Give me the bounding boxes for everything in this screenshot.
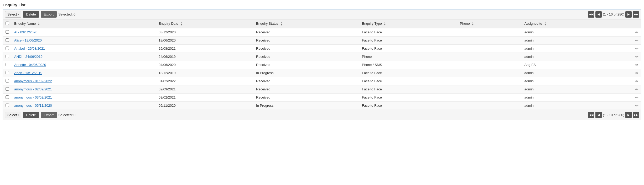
row-edit-cell: ✏ (613, 101, 641, 110)
row-assigned-to: admin (522, 53, 613, 61)
row-assigned-to: admin (522, 85, 613, 93)
row-enquiry-status: Received (253, 85, 359, 93)
row-phone (457, 93, 522, 101)
enquiry-name-link[interactable]: ANDI - 24/06/2019 (14, 55, 43, 59)
row-phone (457, 53, 522, 61)
table-row: Al - 03/12/2020 03/12/2020 Received Face… (3, 28, 641, 36)
row-assigned-to: admin (522, 28, 613, 36)
sort-icon-name: ▲▼ (38, 22, 40, 26)
row-enquiry-status: Received (253, 77, 359, 85)
row-enquiry-type: Phone / SMS (359, 61, 457, 69)
row-enquiry-name: Al - 03/12/2020 (12, 28, 156, 36)
row-checkbox[interactable] (6, 30, 9, 34)
row-assigned-to: admin (522, 69, 613, 77)
row-checkbox[interactable] (6, 55, 9, 58)
row-enquiry-type: Face to Face (359, 44, 457, 53)
selected-count-top: Selected: 0 (58, 12, 75, 16)
row-enquiry-date: 24/06/2019 (156, 53, 253, 61)
row-phone (457, 77, 522, 85)
enquiry-name-link[interactable]: Alice - 18/06/2020 (14, 38, 42, 42)
last-page-button-bottom[interactable]: ▶▶ (633, 112, 639, 118)
edit-icon[interactable]: ✏ (635, 87, 638, 91)
row-checkbox[interactable] (6, 63, 9, 66)
row-assigned-to: admin (522, 77, 613, 85)
export-button-bottom[interactable]: Export (41, 112, 57, 118)
row-checkbox[interactable] (6, 95, 9, 99)
select-button-top[interactable]: Select ▾ (5, 11, 21, 18)
row-checkbox-cell (3, 61, 12, 69)
select-button-bottom[interactable]: Select ▾ (5, 112, 21, 118)
row-assigned-to: admin (522, 93, 613, 101)
sort-icon-phone: ▲▼ (472, 22, 474, 26)
enquiry-name-link[interactable]: Anon - 13/12/2019 (14, 71, 42, 75)
table-row: anonymous - 03/02/2021 03/02/2021 Receiv… (3, 93, 641, 101)
row-checkbox[interactable] (6, 71, 9, 74)
enquiry-name-link[interactable]: anonymous - 01/02/2022 (14, 79, 52, 83)
sort-icon-date: ▲▼ (180, 22, 182, 26)
row-enquiry-date: 03/12/2020 (156, 28, 253, 36)
select-label-top: Select (7, 12, 17, 16)
bottom-toolbar: Select ▾ Delete Export Selected: 0 ◀◀ ◀ … (3, 110, 641, 120)
enquiry-name-link[interactable]: anonymous - 05/11/2020 (14, 104, 52, 107)
row-enquiry-type: Face to Face (359, 77, 457, 85)
export-button-top[interactable]: Export (41, 11, 57, 18)
table-row: anonymous - 02/09/2021 02/09/2021 Receiv… (3, 85, 641, 93)
edit-icon[interactable]: ✏ (635, 95, 638, 100)
enquiry-name-link[interactable]: anonymous - 02/09/2021 (14, 87, 52, 91)
row-phone (457, 44, 522, 53)
table-row: Alice - 18/06/2020 18/06/2020 Received F… (3, 36, 641, 44)
sort-icon-type: ▲▼ (384, 22, 386, 26)
last-page-button-top[interactable]: ▶▶ (633, 11, 639, 18)
row-enquiry-name: Annette - 04/06/2020 (12, 61, 156, 69)
row-phone (457, 28, 522, 36)
edit-icon[interactable]: ✏ (635, 79, 638, 83)
edit-icon[interactable]: ✏ (635, 71, 638, 75)
row-enquiry-type: Face to Face (359, 28, 457, 36)
row-checkbox[interactable] (6, 104, 9, 107)
prev-page-button-top[interactable]: ◀ (595, 11, 602, 18)
row-edit-cell: ✏ (613, 53, 641, 61)
delete-button-bottom[interactable]: Delete (23, 112, 39, 118)
enquiry-name-link[interactable]: Anabel - 25/08/2021 (14, 47, 45, 50)
row-phone (457, 69, 522, 77)
row-edit-cell: ✏ (613, 61, 641, 69)
edit-icon[interactable]: ✏ (635, 55, 638, 59)
edit-icon[interactable]: ✏ (635, 30, 638, 34)
edit-icon[interactable]: ✏ (635, 104, 638, 108)
top-toolbar: Select ▾ Delete Export Selected: 0 ◀◀ ◀ … (3, 9, 641, 19)
select-all-checkbox[interactable] (6, 22, 9, 25)
row-enquiry-type: Face to Face (359, 69, 457, 77)
table-row: anonymous - 05/11/2020 05/11/2020 In Pro… (3, 101, 641, 110)
first-page-button-bottom[interactable]: ◀◀ (588, 112, 594, 118)
row-enquiry-status: Received (253, 28, 359, 36)
prev-page-button-bottom[interactable]: ◀ (595, 112, 602, 118)
row-enquiry-status: Received (253, 53, 359, 61)
edit-icon[interactable]: ✏ (635, 38, 638, 43)
edit-icon[interactable]: ✏ (635, 47, 638, 51)
enquiry-table: Enquiry Name ▲▼ Enquiry Date ▲▼ Enquiry … (3, 19, 641, 110)
table-header-row: Enquiry Name ▲▼ Enquiry Date ▲▼ Enquiry … (3, 19, 641, 28)
row-checkbox[interactable] (6, 87, 9, 91)
next-page-button-bottom[interactable]: ▶ (625, 112, 632, 118)
row-checkbox[interactable] (6, 79, 9, 83)
row-checkbox[interactable] (6, 38, 9, 42)
row-enquiry-name: ANDI - 24/06/2019 (12, 53, 156, 61)
row-checkbox[interactable] (6, 47, 9, 50)
pagination-info-bottom: (1 - 10 of 280) (603, 113, 624, 117)
delete-button-top[interactable]: Delete (23, 11, 39, 18)
enquiry-name-link[interactable]: Al - 03/12/2020 (14, 30, 37, 34)
enquiry-name-link[interactable]: anonymous - 03/02/2021 (14, 95, 52, 99)
row-enquiry-status: Received (253, 44, 359, 53)
row-checkbox-cell (3, 77, 12, 85)
first-page-button-top[interactable]: ◀◀ (588, 11, 594, 18)
edit-icon[interactable]: ✏ (635, 63, 638, 67)
row-enquiry-name: Anon - 13/12/2019 (12, 69, 156, 77)
row-phone (457, 101, 522, 110)
row-enquiry-name: Anabel - 25/08/2021 (12, 44, 156, 53)
header-actions (613, 19, 641, 28)
sort-icon-status: ▲▼ (280, 22, 282, 26)
next-page-button-top[interactable]: ▶ (625, 11, 632, 18)
select-label-bottom: Select (7, 113, 17, 117)
enquiry-name-link[interactable]: Annette - 04/06/2020 (14, 63, 46, 67)
row-enquiry-status: Resolved (253, 61, 359, 69)
